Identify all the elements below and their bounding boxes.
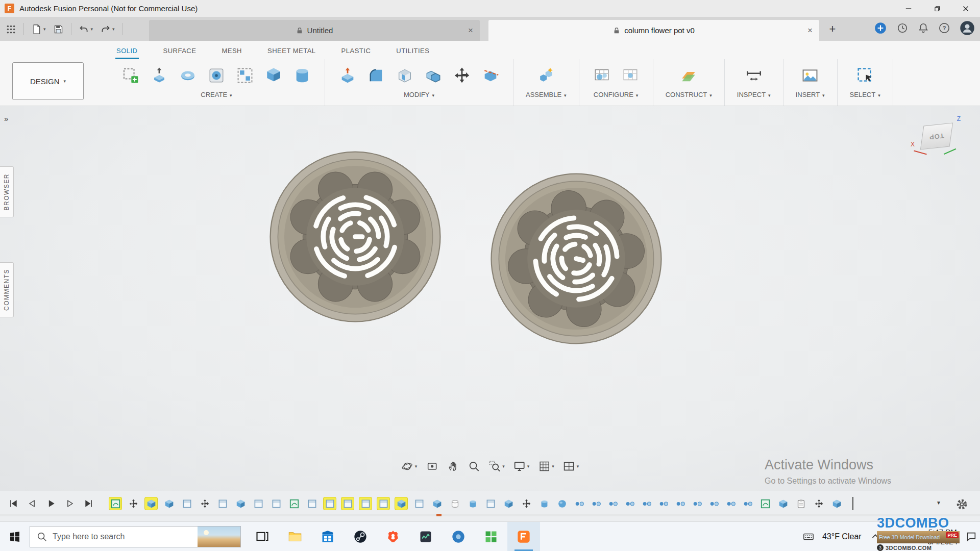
timeline-scroll-track[interactable] [0, 514, 980, 516]
viewport-canvas[interactable]: » BROWSER COMMENTS Z TOP X ▾▾▾▾▾ Activat… [0, 106, 980, 491]
nav-orbit-button[interactable]: ▾ [400, 459, 419, 473]
tool-insert-image[interactable] [800, 65, 820, 86]
browser-panel-tab[interactable]: BROWSER [0, 166, 14, 217]
timeline-item-14-outline[interactable] [341, 497, 354, 510]
timeline-settings-gear-icon[interactable] [955, 497, 969, 511]
search-daily-image[interactable] [198, 527, 240, 547]
timeline-item-19-cube[interactable] [431, 497, 443, 510]
timeline-item-6-move[interactable] [199, 497, 211, 510]
timeline-item-31-joint[interactable] [641, 497, 652, 510]
nav-zoom-button[interactable] [467, 459, 481, 473]
ribbon-group-dropdown[interactable]: ASSEMBLE▾ [526, 91, 567, 98]
close-button[interactable] [951, 0, 980, 17]
ribbon-tab-plastic[interactable]: PLASTIC [340, 47, 372, 59]
step-back-button[interactable] [27, 498, 37, 509]
play-button[interactable] [46, 498, 56, 509]
timeline-item-22-outline[interactable] [484, 497, 497, 510]
timeline-item-8-cube[interactable] [234, 497, 247, 510]
tool-configuration[interactable] [592, 65, 612, 86]
search-input[interactable] [53, 532, 170, 541]
timeline-item-32-joint[interactable] [658, 497, 669, 510]
timeline-item-3-cube[interactable] [145, 497, 157, 510]
timeline-item-25-cyl[interactable] [538, 497, 550, 510]
touch-keyboard-button[interactable] [803, 531, 814, 542]
timeline-item-41-move[interactable] [813, 497, 825, 510]
view-cube[interactable]: Z TOP X [910, 116, 963, 164]
weather-status[interactable]: 43°F Clear [822, 532, 862, 541]
taskbar-search[interactable] [30, 526, 241, 547]
tool-move[interactable] [452, 65, 472, 86]
model-flower-pot-cap-left[interactable] [268, 149, 443, 324]
tool-cylinder[interactable] [292, 65, 312, 86]
timeline-item-42-cube[interactable] [830, 497, 843, 510]
timeline-item-36-joint[interactable] [725, 497, 737, 510]
timeline-item-23-cube[interactable] [502, 497, 514, 510]
timeline-item-30-joint[interactable] [624, 497, 635, 510]
taskbar-app-ms-store[interactable] [311, 522, 344, 551]
ribbon-tab-utilities[interactable]: UTILITIES [395, 47, 430, 59]
tool-box[interactable] [263, 65, 284, 86]
timeline-item-9-outline[interactable] [252, 497, 264, 510]
ribbon-group-dropdown[interactable]: CONFIGURE▾ [592, 91, 641, 98]
timeline-item-38-sketch[interactable] [759, 497, 771, 510]
timeline-item-39-cube[interactable] [777, 497, 789, 510]
save-button[interactable] [51, 21, 66, 37]
step-forward-button[interactable] [65, 498, 75, 509]
ribbon-group-dropdown[interactable]: INSPECT▾ [737, 91, 771, 98]
tool-shell[interactable] [395, 65, 415, 86]
ribbon-tab-solid[interactable]: SOLID [115, 47, 139, 59]
tool-config-table[interactable] [620, 65, 641, 86]
nav-viewports-button[interactable]: ▾ [562, 459, 580, 473]
timeline-item-34-joint[interactable] [692, 497, 703, 510]
nav-grid-settings-button[interactable]: ▾ [537, 459, 555, 473]
nav-zoom-window-button[interactable]: ▾ [487, 459, 506, 473]
ribbon-group-dropdown[interactable]: INSERT▾ [796, 91, 825, 98]
design-menu-button[interactable]: DESIGN ▾ [12, 62, 84, 100]
taskbar-app-fusion-360[interactable] [507, 522, 540, 551]
taskbar-app-steam-blue[interactable] [442, 522, 475, 551]
apps-grid-button[interactable] [3, 21, 19, 37]
timeline-item-20-cyl-light[interactable] [449, 497, 461, 510]
close-tab-icon[interactable]: × [468, 26, 473, 35]
timeline-item-13-outline[interactable] [324, 497, 336, 510]
nav-look-at-button[interactable] [425, 459, 439, 473]
minimize-button[interactable] [894, 0, 923, 17]
expand-panels-icon[interactable]: » [4, 114, 7, 123]
ribbon-group-dropdown[interactable]: CREATE▾ [120, 91, 312, 98]
taskbar-app-green-grid-app[interactable] [475, 522, 507, 551]
skip-start-button[interactable] [8, 498, 18, 509]
nav-pan-button[interactable] [446, 459, 460, 473]
tool-select[interactable] [855, 65, 875, 86]
taskbar-app-brave[interactable] [377, 522, 409, 551]
tool-press-pull[interactable] [337, 65, 358, 86]
timeline-item-27-joint[interactable] [574, 497, 585, 510]
user-avatar-button[interactable] [960, 20, 975, 38]
tool-new-component[interactable] [120, 65, 141, 86]
comments-panel-tab[interactable]: COMMENTS [0, 262, 14, 317]
extensions-button[interactable] [874, 21, 887, 37]
start-button[interactable] [0, 522, 30, 551]
undo-button[interactable]: ▾ [76, 21, 96, 37]
taskbar-app-file-explorer[interactable] [279, 522, 311, 551]
redo-button[interactable]: ▾ [97, 21, 117, 37]
timeline-item-7-outline[interactable] [216, 497, 229, 510]
tool-fillet[interactable] [366, 65, 386, 86]
timeline-item-40-clipboard[interactable] [795, 497, 807, 510]
ribbon-group-dropdown[interactable]: SELECT▾ [850, 91, 880, 98]
tool-pattern[interactable] [235, 65, 255, 86]
timeline-item-18-outline[interactable] [413, 497, 425, 510]
timeline-item-33-joint[interactable] [675, 497, 686, 510]
model-flower-pot-cap-right[interactable] [489, 171, 664, 346]
tool-assemble[interactable] [536, 65, 556, 86]
timeline-item-12-outline[interactable] [306, 497, 318, 510]
doc-tab-column-flower-pot[interactable]: column flower pot v0 × [488, 20, 819, 41]
timeline-item-1-sketch[interactable] [109, 497, 121, 510]
tool-split-body[interactable] [480, 65, 501, 86]
tool-hole[interactable] [206, 65, 227, 86]
timeline-item-29-joint[interactable] [607, 497, 619, 510]
ribbon-group-dropdown[interactable]: MODIFY▾ [337, 91, 501, 98]
new-tab-button[interactable]: + [826, 22, 839, 36]
timeline-item-11-sketch[interactable] [288, 497, 300, 510]
taskbar-app-steam[interactable] [344, 522, 377, 551]
taskbar-app-utility-app[interactable] [409, 522, 442, 551]
